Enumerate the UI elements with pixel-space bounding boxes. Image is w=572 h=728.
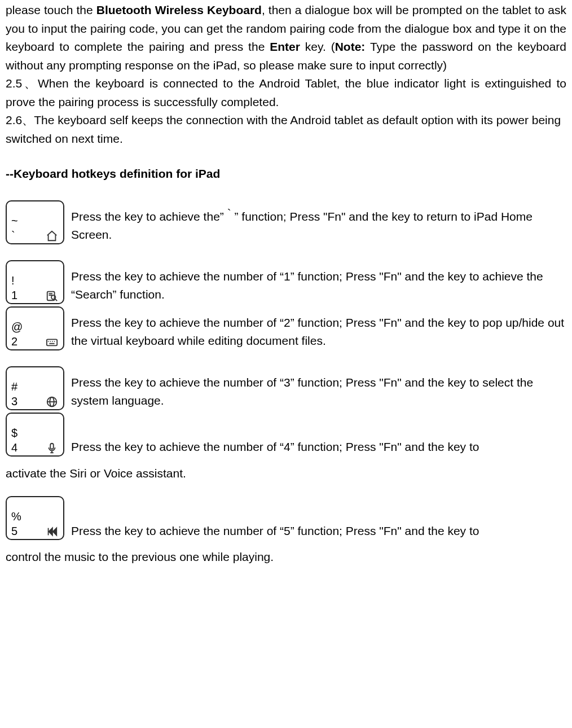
home-icon — [44, 229, 60, 242]
bold-text: Bluetooth Wireless Keyboard — [96, 3, 262, 16]
text: Press the key to achieve the” — [71, 210, 227, 223]
keycap-bottom-symbol: 5 — [10, 524, 17, 538]
keycap-4-mic: $ 4 — [6, 413, 64, 457]
intro-paragraph-1: please touch the Bluetooth Wireless Keyb… — [6, 1, 566, 74]
svg-line-4 — [55, 299, 58, 301]
hotkey-description: Press the key to achieve the number of “… — [71, 267, 566, 304]
keycap-5-prev: % 5 — [6, 496, 64, 540]
keycap-tilde-home: ~ ` — [6, 200, 64, 244]
keycap-bottom-symbol: ` — [10, 229, 15, 242]
bold-text: Note: — [335, 40, 366, 53]
section-heading: --Keyboard hotkeys definition for iPad — [6, 165, 566, 183]
mic-icon — [44, 441, 60, 454]
keycap-top-symbol: ! — [10, 275, 60, 286]
keycap-top-symbol: ~ — [10, 215, 60, 226]
hotkey-description: Press the key to achieve the number of “… — [71, 438, 566, 457]
keycap-bottom-symbol: 2 — [10, 335, 17, 348]
keycap-3-globe: # 3 — [6, 366, 64, 410]
text: please touch the — [6, 3, 96, 16]
intro-paragraph-3: 2.6、The keyboard self keeps the connecti… — [6, 111, 566, 148]
svg-rect-14 — [50, 444, 54, 449]
hotkey-description-cont: control the music to the previous one wh… — [6, 548, 566, 567]
bold-text: Enter — [270, 40, 300, 53]
keycap-bottom-symbol: 4 — [10, 441, 17, 454]
search-icon — [44, 288, 60, 302]
hotkey-description: Press the key to achieve the number of “… — [71, 374, 566, 410]
hotkey-description: Press the key to achieve the” ` ” functi… — [71, 208, 566, 244]
keycap-top-symbol: % — [10, 511, 60, 522]
svg-marker-18 — [49, 528, 52, 536]
hotkey-entry: ~ ` Press the key to achieve the” ` ” fu… — [6, 200, 566, 244]
keyboard-icon — [44, 335, 60, 348]
svg-rect-5 — [47, 339, 57, 345]
globe-icon — [44, 394, 60, 408]
hotkey-entry: # 3 Press the key to achieve the number … — [6, 366, 566, 410]
hotkey-description-cont: activate the Siri or Voice assistant. — [6, 464, 566, 483]
hotkey-description: Press the key to achieve the number of “… — [71, 522, 566, 541]
hotkey-entry: $ 4 Press the key to achieve the number … — [6, 413, 566, 483]
hotkey-entry: % 5 Press the key to achieve the number … — [6, 496, 566, 567]
text: ` — [227, 207, 231, 220]
hotkey-entry: @ 2 Press the key to achieve the number … — [6, 306, 566, 350]
hotkey-entry: ! 1 Press the key to achieve the number … — [6, 260, 566, 304]
keycap-top-symbol: $ — [10, 427, 60, 438]
prev-track-icon — [44, 524, 60, 538]
keycap-1-search: ! 1 — [6, 260, 64, 304]
keycap-top-symbol: # — [10, 381, 60, 392]
keycap-2-keyboard: @ 2 — [6, 306, 64, 350]
text: key. ( — [300, 40, 335, 53]
keycap-top-symbol: @ — [10, 321, 60, 332]
hotkey-description: Press the key to achieve the number of “… — [71, 314, 566, 350]
keycap-bottom-symbol: 1 — [10, 288, 17, 302]
intro-paragraph-2: 2.5、When the keyboard is connected to th… — [6, 74, 566, 111]
keycap-bottom-symbol: 3 — [10, 394, 17, 408]
svg-marker-19 — [53, 528, 56, 536]
